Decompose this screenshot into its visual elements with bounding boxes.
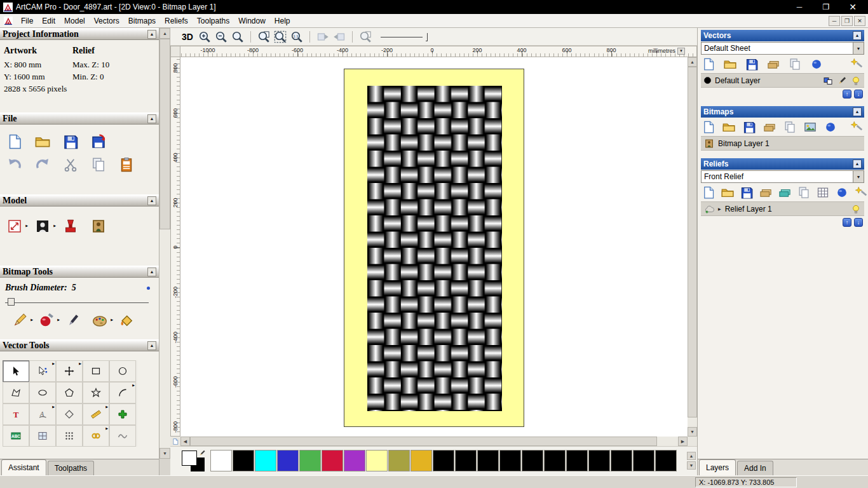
menu-file[interactable]: File (17, 14, 37, 28)
layer-name[interactable]: Default Layer (715, 76, 760, 85)
zoom-1to1-icon[interactable] (289, 29, 304, 44)
merge-bitmap-layers-icon[interactable] (763, 121, 776, 133)
draw-icon[interactable] (65, 312, 81, 329)
scroll-left-button[interactable]: ◀ (180, 437, 190, 446)
undo-icon[interactable] (6, 156, 23, 173)
preview-bitmap-layer-icon[interactable] (804, 121, 817, 133)
flood-fill-icon[interactable] (118, 312, 135, 329)
bitmap-layer-row[interactable]: Bitmap Layer 1 (701, 136, 864, 151)
vector-layer-row[interactable]: Default Layer (701, 73, 864, 88)
fade-slider[interactable] (381, 30, 430, 43)
transfer-vector-layer-icon[interactable] (810, 58, 823, 71)
sheet-selector[interactable]: Default Sheet ▼ (701, 42, 864, 55)
save-vector-layer-icon[interactable] (745, 58, 758, 71)
tab-add-in[interactable]: Add In (737, 461, 773, 475)
relief-selector[interactable]: Front Relief ▼ (701, 170, 864, 183)
create-polygon-icon[interactable] (56, 382, 83, 403)
colour-swatch[interactable] (588, 450, 610, 471)
toggle-all-bitmaps-icon[interactable] (850, 121, 863, 133)
create-star-icon[interactable] (83, 382, 109, 403)
copy-vector-layer-icon[interactable] (789, 58, 801, 71)
edit-layer-icon[interactable] (837, 76, 847, 86)
nesting-icon[interactable] (56, 425, 83, 447)
drawing-canvas[interactable] (180, 57, 688, 437)
menu-vectors[interactable]: Vectors (90, 14, 124, 28)
colour-swatch[interactable] (233, 450, 254, 471)
snap-layer-icon[interactable] (823, 76, 833, 86)
adjust-model-icon[interactable] (62, 218, 79, 234)
move-layer-up-button[interactable]: ↑ (843, 90, 851, 98)
dropdown-arrow-icon[interactable]: ▼ (853, 171, 864, 182)
model-sheet[interactable] (344, 69, 524, 427)
tab-layers[interactable]: Layers (699, 459, 736, 475)
colour-swatch[interactable] (633, 450, 654, 471)
colour-swatch[interactable] (366, 450, 388, 471)
colour-swatch[interactable] (344, 450, 365, 471)
paint-selective-icon[interactable] (38, 312, 55, 329)
new-relief-layer-icon[interactable] (702, 186, 715, 199)
create-rectangle-icon[interactable] (83, 360, 109, 382)
move-layer-down-button[interactable]: ↓ (854, 90, 863, 98)
scroll-down-button[interactable]: ▼ (688, 427, 697, 437)
scroll-up-button[interactable]: ▲ (688, 57, 697, 67)
tab-toolpaths[interactable]: Toolpaths (48, 461, 94, 475)
copy-relief-layer-icon[interactable] (797, 186, 810, 199)
menu-bitmaps[interactable]: Bitmaps (124, 14, 160, 28)
colour-swatch[interactable] (322, 450, 343, 471)
toggle-all-vectors-icon[interactable] (850, 58, 863, 71)
collapse-file-button[interactable]: ▲ (147, 114, 156, 123)
palette-scroll-up-button[interactable]: ▲ (687, 452, 696, 460)
layer-visibility-icon[interactable] (851, 204, 861, 214)
duplicate-relief-layer-icon[interactable] (778, 186, 791, 199)
colour-swatch[interactable] (611, 450, 632, 471)
snap-right-icon[interactable] (332, 29, 347, 44)
collapse-project-info-button[interactable]: ▲ (147, 30, 156, 39)
save-bitmap-layer-icon[interactable] (743, 121, 756, 133)
canvas-horizontal-scrollbar[interactable]: ◀ ▶ (170, 437, 697, 446)
toggle-all-reliefs-icon[interactable] (855, 186, 867, 199)
zoom-previous-icon[interactable] (230, 29, 245, 44)
new-bitmap-layer-icon[interactable] (702, 121, 715, 133)
create-circle-icon[interactable] (109, 360, 136, 382)
paste-special-icon[interactable] (109, 403, 136, 425)
new-model-icon[interactable] (6, 133, 23, 150)
colour-swatch[interactable] (255, 450, 276, 471)
grid-window-icon[interactable] (29, 425, 56, 447)
save-model-icon[interactable] (62, 133, 79, 150)
menu-edit[interactable]: Edit (37, 14, 60, 28)
primary-colour-swatch[interactable] (182, 451, 197, 466)
mdi-minimize-button[interactable]: ─ (829, 16, 840, 26)
scroll-thumb[interactable] (688, 67, 697, 417)
colour-palette-icon[interactable] (92, 312, 108, 329)
collapse-vectors-button[interactable]: ▲ (853, 31, 862, 40)
layer-name[interactable]: Relief Layer 1 (725, 205, 772, 214)
snap-left-icon[interactable] (315, 29, 330, 44)
canvas-vertical-scrollbar[interactable]: ▲ ▼ (688, 57, 697, 437)
create-polyline-icon[interactable] (3, 382, 29, 403)
layer-colour-swatch[interactable] (704, 77, 711, 84)
colour-swatch[interactable] (210, 450, 232, 471)
scroll-track[interactable] (190, 437, 678, 446)
layer-visibility-icon[interactable] (851, 76, 861, 86)
scroll-thumb[interactable] (190, 437, 657, 446)
paint-icon[interactable] (11, 312, 28, 329)
colour-swatch[interactable] (522, 450, 543, 471)
merge-vector-layers-icon[interactable] (767, 58, 780, 71)
colour-swatch[interactable] (410, 450, 432, 471)
copy-icon[interactable] (90, 156, 107, 173)
create-text-icon[interactable] (3, 403, 29, 425)
colour-swatch[interactable] (655, 450, 677, 471)
colour-swatch[interactable] (499, 450, 521, 471)
menu-reliefs[interactable]: Reliefs (160, 14, 193, 28)
transfer-relief-layer-icon[interactable] (836, 186, 848, 199)
new-vector-layer-icon[interactable] (702, 58, 715, 71)
relief-layer-row[interactable]: ▶ Relief Layer 1 (701, 201, 864, 216)
tab-assistant[interactable]: Assistant (1, 459, 46, 475)
transform-vectors-icon[interactable] (56, 360, 83, 382)
close-button[interactable]: ✕ (839, 0, 866, 14)
assistant-scrollbar[interactable]: ▲ ▼ (159, 28, 170, 459)
view-3d-button[interactable]: 3D (179, 29, 196, 44)
cut-icon[interactable] (62, 156, 79, 173)
colour-swatch[interactable] (544, 450, 566, 471)
node-editing-icon[interactable] (29, 360, 56, 382)
